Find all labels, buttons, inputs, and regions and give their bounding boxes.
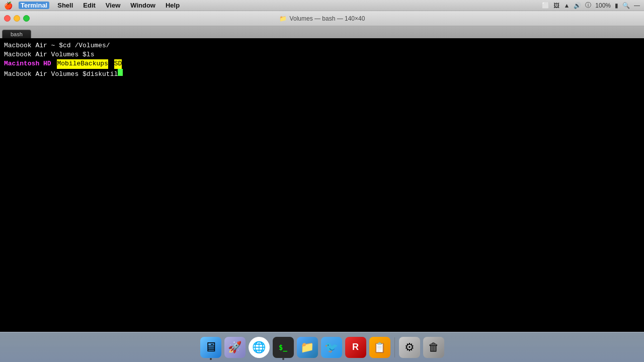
power-icon: — [634,2,640,9]
dock-terminal[interactable]: $_ [273,337,294,358]
menu-terminal[interactable]: Terminal [19,2,49,9]
dock-finder[interactable]: 🖥 [200,337,221,358]
dock-reeder[interactable]: R [345,337,366,358]
prompt-2: Macbook Air Volumes $ [4,50,87,59]
traffic-lights [4,15,30,22]
twitter-icon: 🐦 [325,341,338,354]
terminal-icon: $_ [279,343,287,351]
tab-bar: bash [0,26,644,38]
prompt-4: Macbook Air Volumes $ [4,70,87,79]
info-icon: ⓘ [585,1,591,10]
terminal-window: 📁 Volumes — bash — 140×40 bash Macbook A… [0,11,644,332]
maximize-button[interactable] [23,15,30,22]
terminal-line-3-output: Macintosh HD MobileBackups SD [4,59,640,68]
terminal-content[interactable]: Macbook Air ~ $ cd /Volumes/ Macbook Air… [0,38,644,332]
dock: 🖥 🚀 🌐 $_ 📁 🐦 R 📋 ⚙ 🗑 [0,332,644,362]
cmd-2: ls [87,50,95,59]
audio-icon: 🔊 [574,2,581,9]
menu-window[interactable]: Window [128,2,157,9]
terminal-active-dot [282,358,284,360]
minimize-button[interactable] [14,15,20,22]
title-bar: 📁 Volumes — bash — 140×40 [0,11,644,26]
menu-help[interactable]: Help [164,2,182,9]
dir-macintosh-hd: Macintosh HD [4,59,51,68]
prompt-1: Macbook Air ~ $ [4,41,63,50]
menubar-right: ⬜ 🖼 ▲ 🔊 ⓘ 100% ▮ 🔍 — [542,1,640,10]
apple-menu[interactable]: 🍎 [4,2,13,10]
filemerge-icon: ⚙ [405,341,415,354]
dock-chrome[interactable]: 🌐 [249,337,270,358]
notes-icon: 📋 [373,341,386,353]
terminal-line-2: Macbook Air Volumes $ ls [4,50,640,59]
finder-icon: 🖥 [204,339,217,355]
window-title: Volumes — bash — 140×40 [290,15,365,22]
dock-launchpad[interactable]: 🚀 [224,337,246,358]
wifi-icon: ▲ [564,2,570,9]
reeder-icon: R [352,342,359,352]
terminal-line-1: Macbook Air ~ $ cd /Volumes/ [4,41,640,50]
chrome-icon: 🌐 [252,341,266,354]
menu-shell[interactable]: Shell [55,2,75,9]
cmd-4: diskutil [87,70,118,79]
dock-filemerge[interactable]: ⚙ [399,337,420,358]
photo-icon: 🖼 [553,2,559,9]
cmd-1: cd /Volumes/ [63,41,110,50]
dock-notes[interactable]: 📋 [369,337,390,358]
dock-twitter[interactable]: 🐦 [321,337,342,358]
menubar: 🍎 Terminal Shell Edit View Window Help ⬜… [0,0,644,11]
battery-icon: ▮ [615,2,618,9]
trash-icon: 🗑 [428,341,439,354]
menu-edit[interactable]: Edit [81,2,98,9]
terminal-tab[interactable]: bash [2,30,31,38]
window-title-area: 📁 Volumes — bash — 140×40 [279,15,365,22]
battery-label: 100% [595,2,611,9]
screen-icon: ⬜ [542,2,549,9]
files-icon: 📁 [300,341,314,354]
dir-mobile-backups: MobileBackups [57,59,108,68]
finder-active-dot [210,358,212,360]
menu-view[interactable]: View [104,2,122,9]
dir-sd: SD [114,59,122,68]
launchpad-icon: 🚀 [228,341,242,354]
terminal-line-4: Macbook Air Volumes $ diskutil [4,69,640,79]
dock-trash[interactable]: 🗑 [423,337,444,358]
dock-divider [394,337,395,357]
cursor [118,69,123,76]
dock-files[interactable]: 📁 [297,337,318,358]
volume-icon: 📁 [279,15,287,22]
search-icon[interactable]: 🔍 [622,2,630,9]
close-button[interactable] [4,15,11,22]
